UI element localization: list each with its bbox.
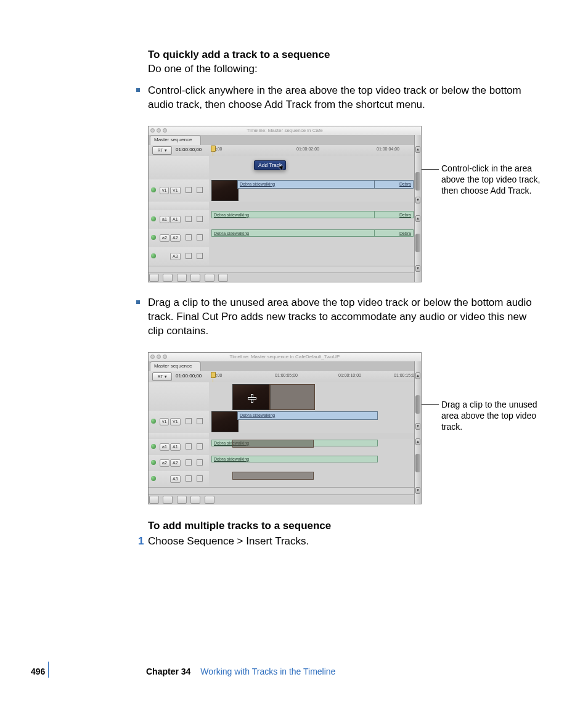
scroll-up-icon[interactable]: ▲ xyxy=(415,438,420,445)
video-clip[interactable]: Debra sidewalking xyxy=(237,411,378,420)
enable-dot-icon[interactable] xyxy=(151,419,156,424)
sequence-tab[interactable]: Master sequence xyxy=(150,135,201,145)
lock-icon[interactable] xyxy=(186,216,192,222)
scroll-thumb[interactable] xyxy=(415,454,420,472)
track-content-a2[interactable]: Debra sidewalking xyxy=(209,455,415,471)
dest-A1-chip[interactable]: A1 xyxy=(170,216,181,223)
scroll-thumb[interactable] xyxy=(415,172,420,191)
track-header-a3[interactable]: A3 xyxy=(149,471,210,487)
vertical-scrollbar[interactable]: ▲ ▼ ▲ ▼ xyxy=(414,135,421,282)
bullet-item-1: Control-click anywhere in the area above… xyxy=(148,84,542,112)
drag-target-overlay xyxy=(232,472,314,480)
rt-button[interactable]: RT ▾ xyxy=(152,372,172,381)
enable-dot-icon[interactable] xyxy=(151,460,156,465)
lock-icon[interactable] xyxy=(186,418,192,424)
footer-btn[interactable] xyxy=(205,496,214,504)
lock-icon[interactable] xyxy=(186,187,192,193)
track-content-v1[interactable]: Debra sidewalking xyxy=(209,411,415,433)
track-header-v1[interactable]: v1 V1 xyxy=(149,411,210,433)
audio-clip-b[interactable]: Debra sidewalking xyxy=(374,229,414,237)
src-a2-chip[interactable]: a2 xyxy=(160,234,169,242)
dest-A3-chip[interactable]: A3 xyxy=(170,475,181,483)
autoselect-icon[interactable] xyxy=(197,216,203,222)
autoselect-icon[interactable] xyxy=(197,187,203,193)
video-clip-b[interactable]: Debra sidewalking xyxy=(374,180,414,189)
scroll-up-icon[interactable]: ▲ xyxy=(415,146,420,153)
track-header-a2[interactable]: a2 A2 xyxy=(149,455,210,471)
footer-btn[interactable] xyxy=(218,274,228,282)
dest-V1-chip[interactable]: V1 xyxy=(170,187,181,194)
ruler-bar: RT ▾ 01:00:00;00 00;00 01:00:05;00 01:00… xyxy=(149,371,415,383)
dest-A2-chip[interactable]: A2 xyxy=(170,459,181,467)
dest-A1-chip[interactable]: A1 xyxy=(170,443,181,451)
enable-dot-icon[interactable] xyxy=(151,253,156,258)
scroll-thumb[interactable] xyxy=(415,234,420,252)
lock-icon[interactable] xyxy=(186,253,192,259)
track-header-a3[interactable]: A3 xyxy=(149,247,210,266)
footer-btn[interactable] xyxy=(190,274,200,282)
autoselect-icon[interactable] xyxy=(197,253,203,259)
track-content-a2[interactable]: Debra sidewalking Debra sidewalking xyxy=(209,229,415,247)
scroll-down-icon[interactable]: ▼ xyxy=(415,487,420,494)
playhead-icon[interactable] xyxy=(210,145,216,155)
track-content-empty[interactable] xyxy=(209,382,415,411)
src-a2-chip[interactable]: a2 xyxy=(160,459,169,467)
track-content-a3[interactable] xyxy=(209,247,415,266)
enable-dot-icon[interactable] xyxy=(151,476,156,481)
autoselect-icon[interactable] xyxy=(197,459,203,466)
audio-clip-b[interactable]: Debra sidewalking xyxy=(374,211,414,218)
track-header-v1[interactable]: v1 V1 xyxy=(149,179,210,202)
footer-btn[interactable] xyxy=(177,274,187,282)
autoselect-icon[interactable] xyxy=(197,418,203,424)
scroll-thumb[interactable] xyxy=(415,395,420,414)
src-a1-chip[interactable]: a1 xyxy=(160,443,169,451)
vertical-scrollbar[interactable]: ▲ ▼ ▲ ▼ xyxy=(414,361,421,504)
playhead-icon[interactable] xyxy=(210,371,216,382)
track-content-a1[interactable]: Debra sidewalking xyxy=(209,439,415,455)
footer-btn[interactable] xyxy=(190,496,200,504)
lock-icon[interactable] xyxy=(186,459,192,466)
track-content-a3[interactable] xyxy=(209,471,415,487)
lock-icon[interactable] xyxy=(186,234,192,240)
scroll-down-icon[interactable]: ▼ xyxy=(415,423,420,430)
track-content-v1[interactable]: Debra sidewalking Debra sidewalking xyxy=(209,179,415,202)
autoselect-icon[interactable] xyxy=(197,475,203,482)
lock-icon[interactable] xyxy=(186,443,192,449)
callout-line xyxy=(422,404,439,405)
footer-btn[interactable] xyxy=(205,274,214,282)
enable-dot-icon[interactable] xyxy=(151,444,156,449)
src-v1-chip[interactable]: v1 xyxy=(160,418,169,425)
footer-btn[interactable] xyxy=(163,496,173,504)
page-footer: 496 Chapter 34 Working with Tracks in th… xyxy=(33,665,563,680)
footer-btn[interactable] xyxy=(163,274,173,282)
autoselect-icon[interactable] xyxy=(197,443,203,449)
track-header-a1[interactable]: a1 A1 xyxy=(149,210,210,229)
ruler-tick-3: 01:00:15;00 xyxy=(394,373,417,377)
scroll-down-icon[interactable]: ▼ xyxy=(415,197,420,203)
empty-track-area[interactable] xyxy=(149,382,415,411)
dest-A2-chip[interactable]: A2 xyxy=(170,234,181,242)
rt-button[interactable]: RT ▾ xyxy=(152,146,172,155)
footer-btn[interactable] xyxy=(149,496,159,504)
dest-A3-chip[interactable]: A3 xyxy=(170,253,181,260)
audio-clip[interactable]: Debra sidewalking xyxy=(211,456,378,462)
track-header-a2[interactable]: a2 A2 xyxy=(149,229,210,247)
scroll-up-icon[interactable]: ▲ xyxy=(415,372,420,379)
scroll-down-icon[interactable]: ▼ xyxy=(415,265,420,272)
track-content-empty[interactable] xyxy=(209,156,415,179)
src-v1-chip[interactable]: v1 xyxy=(160,187,169,194)
enable-dot-icon[interactable] xyxy=(151,235,156,240)
footer-btn[interactable] xyxy=(149,274,159,282)
src-a1-chip[interactable]: a1 xyxy=(160,216,169,223)
footer-btn[interactable] xyxy=(177,496,187,504)
track-content-a1[interactable]: Debra sidewalking Debra sidewalking xyxy=(209,210,415,229)
enable-dot-icon[interactable] xyxy=(151,187,156,192)
sequence-tab[interactable]: Master sequence xyxy=(150,361,201,371)
track-header-a1[interactable]: a1 A1 xyxy=(149,439,210,455)
dest-V1-chip[interactable]: V1 xyxy=(170,418,181,425)
scroll-up-icon[interactable]: ▲ xyxy=(415,215,420,222)
lock-icon[interactable] xyxy=(186,475,192,482)
ruler-tick-2: 01:00:04;00 xyxy=(377,147,399,151)
enable-dot-icon[interactable] xyxy=(151,216,156,221)
autoselect-icon[interactable] xyxy=(197,234,203,240)
